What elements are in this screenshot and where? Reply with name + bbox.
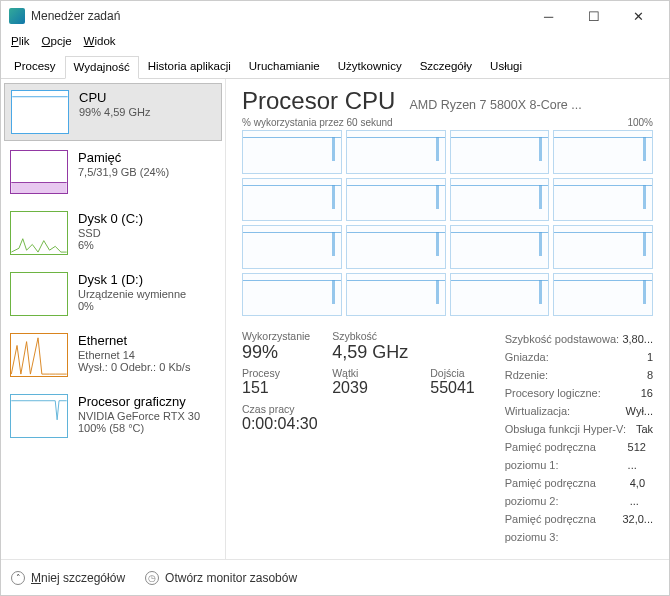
core-grid[interactable]: [242, 130, 653, 316]
sidebar-ethernet-text: Ethernet Ethernet 14 Wysł.: 0 Odebr.: 0 …: [78, 333, 190, 379]
sidebar-disk0-sub1: SSD: [78, 227, 143, 239]
sidebar-disk0-title: Dysk 0 (C:): [78, 211, 143, 226]
svg-rect-0: [11, 183, 66, 194]
core-chart: [450, 225, 550, 269]
tabs: Procesy Wydajność Historia aplikacji Uru…: [1, 51, 669, 79]
tab-services[interactable]: Usługi: [481, 55, 531, 78]
close-button[interactable]: ✕: [616, 1, 661, 31]
sidebar-ethernet-title: Ethernet: [78, 333, 190, 348]
stats-left-col: Wykorzystanie 99% Szybkość 4,59 GHz Proc…: [242, 330, 475, 546]
gpu-thumb-icon: [10, 394, 68, 438]
stat-utilization: Wykorzystanie 99%: [242, 330, 310, 363]
core-chart: [553, 178, 653, 222]
fewer-details-label: niej szczegółów: [41, 571, 125, 585]
core-chart: [553, 273, 653, 317]
sidebar-disk1-sub2: 0%: [78, 300, 186, 312]
core-chart: [450, 273, 550, 317]
main-header: Procesor CPU AMD Ryzen 7 5800X 8-Core ..…: [242, 87, 653, 115]
open-resource-monitor-link[interactable]: ◷ Otwórz monitor zasobów: [145, 571, 297, 585]
tab-users[interactable]: Użytkownicy: [329, 55, 411, 78]
sidebar-disk1-title: Dysk 1 (D:): [78, 272, 186, 287]
menubar: Plik Opcje Widok: [1, 31, 669, 51]
core-chart: [450, 130, 550, 174]
maximize-button[interactable]: ☐: [571, 1, 616, 31]
resource-monitor-icon: ◷: [145, 571, 159, 585]
sidebar-memory-text: Pamięć 7,5/31,9 GB (24%): [78, 150, 169, 196]
sidebar-item-gpu[interactable]: Procesor graficzny NVIDIA GeForce RTX 30…: [4, 388, 222, 446]
tab-details[interactable]: Szczegóły: [411, 55, 481, 78]
stats-grid: Wykorzystanie 99% Szybkość 4,59 GHz Proc…: [242, 330, 475, 397]
core-chart: [553, 225, 653, 269]
menu-view[interactable]: Widok: [80, 33, 120, 49]
core-chart: [346, 273, 446, 317]
sidebar-item-disk0[interactable]: Dysk 0 (C:) SSD 6%: [4, 205, 222, 263]
core-chart: [553, 130, 653, 174]
core-chart: [242, 130, 342, 174]
tab-performance[interactable]: Wydajność: [65, 56, 139, 79]
fewer-details-button[interactable]: ˄ Mniej szczegółów: [11, 571, 125, 585]
stat-processes: Procesy 151: [242, 367, 310, 397]
sidebar-disk0-text: Dysk 0 (C:) SSD 6%: [78, 211, 143, 257]
sidebar-cpu-title: CPU: [79, 90, 151, 105]
body: CPU 99% 4,59 GHz Pamięć 7,5/31,9 GB (24%…: [1, 79, 669, 559]
disk1-thumb-icon: [10, 272, 68, 316]
core-chart: [346, 130, 446, 174]
core-chart: [242, 225, 342, 269]
minimize-button[interactable]: ─: [526, 1, 571, 31]
chevron-up-icon: ˄: [11, 571, 25, 585]
cpu-thumb-icon: [11, 90, 69, 134]
sidebar: CPU 99% 4,59 GHz Pamięć 7,5/31,9 GB (24%…: [1, 79, 226, 559]
sidebar-disk0-sub2: 6%: [78, 239, 143, 251]
tab-processes[interactable]: Procesy: [5, 55, 65, 78]
tab-startup[interactable]: Uruchamianie: [240, 55, 329, 78]
sidebar-gpu-text: Procesor graficzny NVIDIA GeForce RTX 30…: [78, 394, 200, 440]
stat-speed: Szybkość 4,59 GHz: [332, 330, 408, 363]
window-title: Menedżer zadań: [31, 9, 526, 23]
memory-thumb-icon: [10, 150, 68, 194]
open-resource-monitor-label: Otwórz monitor zasobów: [165, 571, 297, 585]
chart-label-left: % wykorzystania przez 60 sekund: [242, 117, 393, 128]
sidebar-ethernet-sub2: Wysł.: 0 Odebr.: 0 Kb/s: [78, 361, 190, 373]
disk0-thumb-icon: [10, 211, 68, 255]
footer: ˄ Mniej szczegółów ◷ Otwórz monitor zaso…: [1, 559, 669, 595]
core-chart: [346, 178, 446, 222]
menu-file[interactable]: Plik: [7, 33, 34, 49]
stat-handles: Dojścia 55041: [430, 367, 475, 397]
titlebar: Menedżer zadań ─ ☐ ✕: [1, 1, 669, 31]
sidebar-gpu-sub1: NVIDIA GeForce RTX 30: [78, 410, 200, 422]
sidebar-disk1-sub1: Urządzenie wymienne: [78, 288, 186, 300]
sidebar-item-disk1[interactable]: Dysk 1 (D:) Urządzenie wymienne 0%: [4, 266, 222, 324]
sidebar-cpu-sub: 99% 4,59 GHz: [79, 106, 151, 118]
core-chart: [242, 273, 342, 317]
app-icon: [9, 8, 25, 24]
core-chart: [346, 225, 446, 269]
core-chart: [242, 178, 342, 222]
stats: Wykorzystanie 99% Szybkość 4,59 GHz Proc…: [242, 330, 653, 546]
stat-threads: Wątki 2039: [332, 367, 408, 397]
sidebar-memory-sub: 7,5/31,9 GB (24%): [78, 166, 169, 178]
ethernet-thumb-icon: [10, 333, 68, 377]
sidebar-item-cpu[interactable]: CPU 99% 4,59 GHz: [4, 83, 222, 141]
sidebar-gpu-title: Procesor graficzny: [78, 394, 200, 409]
sidebar-item-memory[interactable]: Pamięć 7,5/31,9 GB (24%): [4, 144, 222, 202]
sidebar-item-ethernet[interactable]: Ethernet Ethernet 14 Wysł.: 0 Odebr.: 0 …: [4, 327, 222, 385]
sidebar-gpu-sub2: 100% (58 °C): [78, 422, 200, 434]
chart-label-row: % wykorzystania przez 60 sekund 100%: [242, 117, 653, 128]
menu-options[interactable]: Opcje: [38, 33, 76, 49]
sidebar-cpu-text: CPU 99% 4,59 GHz: [79, 90, 151, 134]
cpu-model: AMD Ryzen 7 5800X 8-Core ...: [409, 98, 653, 112]
sidebar-disk1-text: Dysk 1 (D:) Urządzenie wymienne 0%: [78, 272, 186, 318]
sidebar-ethernet-sub1: Ethernet 14: [78, 349, 190, 361]
chart-label-right: 100%: [627, 117, 653, 128]
page-title: Procesor CPU: [242, 87, 395, 115]
main-panel: Procesor CPU AMD Ryzen 7 5800X 8-Core ..…: [226, 79, 669, 559]
tab-app-history[interactable]: Historia aplikacji: [139, 55, 240, 78]
window-controls: ─ ☐ ✕: [526, 1, 661, 31]
sidebar-memory-title: Pamięć: [78, 150, 169, 165]
stats-info: Szybkość podstawowa:3,80... Gniazda:1 Rd…: [505, 330, 653, 546]
core-chart: [450, 178, 550, 222]
stat-uptime: Czas pracy 0:00:04:30: [242, 403, 475, 433]
